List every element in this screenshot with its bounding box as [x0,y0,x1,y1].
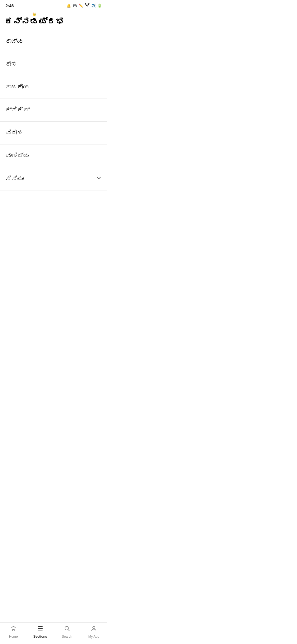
logo-crown: 👑 [4,12,64,16]
app-header: 👑 ಕನ್ನಡಪ್ರಭ [0,10,107,30]
game-icon: 🎮 [73,4,77,8]
menu-item-cinema[interactable]: ಸಿನಿಮಾ [0,167,107,190]
pen-icon: ✏️ [79,4,83,8]
menu-label-cinema: ಸಿನಿಮಾ [6,175,24,182]
menu-label-videsha: ವಿದೇಶ [6,129,23,137]
menu-item-rajakeeya[interactable]: ರಾಜಕೀಯ [0,76,107,99]
airplane-icon: ✈️ [91,4,96,8]
app-logo: 👑 ಕನ್ನಡಪ್ರಭ [4,12,64,27]
main-content: ರಾಜ್ಯ ದೇಶ ರಾಜಕೀಯ ಕ್ರಿಕೆಟ್ ವಿದೇಶ ವಾಣಿಜ್ಯ … [0,30,107,212]
logo-text: ಕನ್ನಡಪ್ರಭ [4,17,64,27]
status-time: 2:46 [6,3,14,8]
status-bar: 2:46 🔔 🎮 ✏️ ✈️ 🔋 [0,0,107,10]
menu-label-rajya: ರಾಜ್ಯ [6,38,23,45]
menu-item-vanijya[interactable]: ವಾಣಿಜ್ಯ [0,144,107,167]
menu-item-cricket[interactable]: ಕ್ರಿಕೆಟ್ [0,99,107,122]
menu-label-rajakeeya: ರಾಜಕೀಯ [6,84,29,91]
menu-item-desh[interactable]: ದೇಶ [0,53,107,76]
wifi-icon [85,3,90,8]
menu-label-cricket: ಕ್ರಿಕೆಟ್ [6,107,30,114]
notification-icon: 🔔 [67,4,71,8]
menu-label-vanijya: ವಾಣಿಜ್ಯ [6,152,30,159]
menu-item-videsha[interactable]: ವಿದೇಶ [0,122,107,144]
menu-list: ರಾಜ್ಯ ದೇಶ ರಾಜಕೀಯ ಕ್ರಿಕೆಟ್ ವಿದೇಶ ವಾಣಿಜ್ಯ … [0,30,107,190]
menu-label-desh: ದೇಶ [6,61,17,68]
chevron-down-icon [96,175,102,182]
battery-icon: 🔋 [97,4,102,8]
menu-item-rajya[interactable]: ರಾಜ್ಯ [0,30,107,53]
status-icons: 🔔 🎮 ✏️ ✈️ 🔋 [67,3,102,8]
